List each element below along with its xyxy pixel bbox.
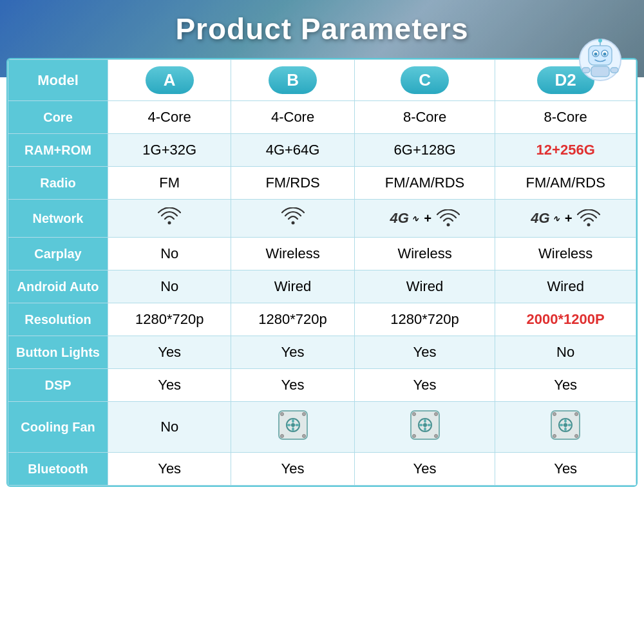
cell-d-android-auto: Wired [495,270,636,303]
svg-rect-10 [611,68,618,73]
svg-point-14 [587,223,591,227]
cell-a-network [108,200,231,238]
cell-d-resolution: 2000*1200P [495,303,636,336]
table-row: CarplayNoWirelessWirelessWireless [8,238,636,270]
cell-c-radio: FM/AM/RDS [354,167,495,200]
cell-c-network: 4G∿+ [354,200,495,238]
svg-point-5 [603,53,607,56]
svg-rect-8 [591,66,609,77]
cell-b-ram+rom: 4G+64G [231,134,354,167]
table-row: Cooling FanNo [8,402,636,453]
model-b-header: B [231,60,354,101]
cell-c-cooling-fan [354,402,495,453]
cell-b-carplay: Wireless [231,238,354,270]
table-row: RAM+ROM1G+32G4G+64G6G+128G12+256G [8,134,636,167]
svg-point-32 [553,413,556,416]
feature-label-ram+rom: RAM+ROM [8,134,108,167]
cell-b-cooling-fan [231,402,354,453]
svg-point-11 [168,222,171,225]
cell-b-android-auto: Wired [231,270,354,303]
cell-c-carplay: Wireless [354,238,495,270]
model-header-label: Model [8,60,108,101]
svg-point-26 [434,413,437,416]
svg-point-24 [423,423,427,427]
cell-a-bluetooth: Yes [108,453,231,486]
cell-d-core: 8-Core [495,101,636,134]
svg-rect-9 [582,68,590,73]
svg-point-28 [434,435,437,438]
feature-label-core: Core [8,101,108,134]
table-header-row: Model A B C D2 [8,60,636,101]
cell-c-android-auto: Wired [354,270,495,303]
cell-d-dsp: Yes [495,369,636,402]
cell-b-bluetooth: Yes [231,453,354,486]
svg-point-19 [302,413,305,416]
model-a-header: A [108,60,231,101]
highlight-value: 12+256G [536,142,595,158]
model-c-badge: C [401,66,449,94]
cell-a-dsp: Yes [108,369,231,402]
feature-label-carplay: Carplay [8,238,108,270]
cell-a-radio: FM [108,167,231,200]
cell-b-dsp: Yes [231,369,354,402]
cell-a-carplay: No [108,238,231,270]
product-comparison-table: Model A B C D2 Core4-Core4-Core8-Core8-C… [8,59,636,486]
feature-label-network: Network [8,200,108,238]
robot-icon [574,35,626,87]
feature-label-bluetooth: Bluetooth [8,453,108,486]
svg-point-20 [280,435,283,438]
cell-c-core: 8-Core [354,101,495,134]
cell-d-radio: FM/AM/RDS [495,167,636,200]
cell-d-bluetooth: Yes [495,453,636,486]
feature-label-dsp: DSP [8,369,108,402]
cell-b-core: 4-Core [231,101,354,134]
table-row: Network 4G∿+ 4G∿+ [8,200,636,238]
cell-b-radio: FM/RDS [231,167,354,200]
svg-point-31 [564,423,567,427]
cell-c-dsp: Yes [354,369,495,402]
cell-c-bluetooth: Yes [354,453,495,486]
svg-point-17 [291,423,295,427]
cell-d-cooling-fan [495,402,636,453]
cell-a-resolution: 1280*720p [108,303,231,336]
table-row: BluetoothYesYesYesYes [8,453,636,486]
model-c-header: C [354,60,495,101]
cell-b-resolution: 1280*720p [231,303,354,336]
svg-point-7 [598,39,602,43]
feature-label-android-auto: Android Auto [8,270,108,303]
cell-a-core: 4-Core [108,101,231,134]
cell-d-button-lights: No [495,336,636,369]
cell-a-ram+rom: 1G+32G [108,134,231,167]
svg-point-21 [302,435,305,438]
table-row: Core4-Core4-Core8-Core8-Core [8,101,636,134]
cell-a-button-lights: Yes [108,336,231,369]
table-row: Resolution1280*720p1280*720p1280*720p200… [8,303,636,336]
cell-d-carplay: Wireless [495,238,636,270]
feature-label-cooling-fan: Cooling Fan [8,402,108,453]
table-row: DSPYesYesYesYes [8,369,636,402]
model-b-badge: B [269,66,317,94]
table-row: Android AutoNoWiredWiredWired [8,270,636,303]
svg-point-18 [280,413,283,416]
cell-a-android-auto: No [108,270,231,303]
cell-c-ram+rom: 6G+128G [354,134,495,167]
svg-point-34 [553,435,556,438]
highlight-value: 2000*1200P [527,311,605,327]
cell-b-network [231,200,354,238]
model-a-badge: A [146,66,194,94]
table-row: RadioFMFM/RDSFM/AM/RDSFM/AM/RDS [8,167,636,200]
comparison-table-wrapper: Model A B C D2 Core4-Core4-Core8-Core8-C… [6,58,638,487]
cell-d-ram+rom: 12+256G [495,134,636,167]
svg-point-25 [412,413,415,416]
page-title: Product Parameters [0,0,644,53]
feature-label-button-lights: Button Lights [8,336,108,369]
svg-point-33 [575,413,578,416]
svg-point-27 [412,435,415,438]
svg-point-13 [446,223,450,227]
table-row: Button LightsYesYesYesNo [8,336,636,369]
svg-point-12 [291,222,294,225]
cell-c-button-lights: Yes [354,336,495,369]
svg-point-35 [575,435,578,438]
cell-d-network: 4G∿+ [495,200,636,238]
svg-point-4 [594,53,598,56]
